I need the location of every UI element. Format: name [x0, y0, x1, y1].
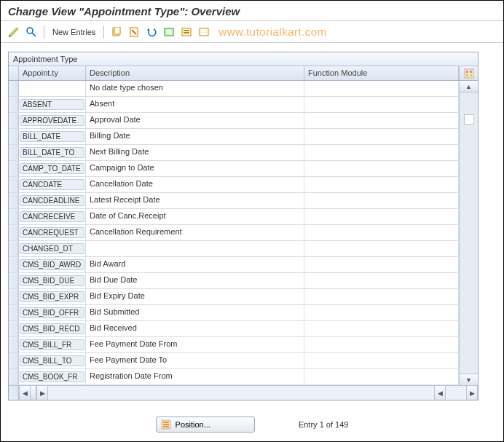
table-row[interactable]: CMS_BILL_FRFee Payment Date From	[9, 337, 459, 353]
cell-function-module[interactable]	[304, 321, 459, 336]
column-header-function-module[interactable]: Function Module	[304, 66, 459, 80]
cell-description[interactable]: Approval Date	[86, 113, 304, 128]
table-row[interactable]: CMS_BID_OFFRBid Submitted	[9, 305, 459, 321]
cell-description[interactable]: Billing Date	[86, 129, 304, 144]
column-header-description[interactable]: Description	[86, 66, 304, 80]
table-row[interactable]: CHANGED_DT	[9, 241, 459, 257]
column-header-appoint-ty[interactable]: Appoint.ty	[19, 66, 86, 80]
table-row[interactable]: CAMP_TO_DATECampaign to Date	[9, 161, 459, 177]
cell-function-module[interactable]	[304, 305, 459, 320]
vertical-scrollbar[interactable]: ▲ ▼	[459, 81, 478, 385]
cell-appoint-ty[interactable]	[19, 81, 86, 96]
display-change-toggle-icon[interactable]	[7, 25, 21, 39]
row-selector[interactable]	[9, 193, 19, 208]
cell-function-module[interactable]	[304, 353, 459, 368]
cell-function-module[interactable]	[304, 177, 459, 192]
horizontal-scrollbar[interactable]: ◀ ▶	[19, 386, 434, 400]
row-selector[interactable]	[9, 305, 19, 320]
deselect-all-icon[interactable]	[197, 25, 211, 39]
cell-function-module[interactable]	[304, 289, 459, 304]
cell-appoint-ty[interactable]: CHANGED_DT	[19, 241, 86, 256]
select-all-icon[interactable]	[179, 25, 194, 39]
cell-appoint-ty[interactable]: BILL_DATE_TO	[19, 145, 86, 160]
row-selector[interactable]	[9, 177, 19, 192]
cell-description[interactable]: No date type chosen	[86, 81, 304, 96]
cell-description[interactable]: Bid Due Date	[86, 273, 304, 288]
table-settings-icon[interactable]	[459, 66, 478, 80]
row-selector[interactable]	[9, 353, 19, 368]
row-selector[interactable]	[9, 97, 19, 112]
copy-icon[interactable]	[109, 25, 124, 39]
cell-description[interactable]: Absent	[86, 97, 304, 112]
cell-description[interactable]: Bid Expiry Date	[86, 289, 304, 304]
row-selector[interactable]	[9, 273, 19, 288]
row-selector[interactable]	[9, 337, 19, 352]
delete-icon[interactable]	[127, 25, 141, 39]
cell-description[interactable]: Campaign to Date	[86, 161, 304, 176]
cell-description[interactable]: Fee Payment Date To	[86, 353, 304, 368]
table-row[interactable]: CMS_BID_EXPRBid Expiry Date	[9, 289, 459, 305]
table-row[interactable]: BILL_DATEBilling Date	[9, 129, 459, 145]
row-selector[interactable]	[9, 113, 19, 128]
cell-function-module[interactable]	[304, 97, 459, 112]
table-row[interactable]: CMS_BID_RECDBid Received	[9, 321, 459, 337]
scroll-right-icon[interactable]: ▶	[466, 386, 478, 400]
cell-description[interactable]	[86, 241, 304, 256]
row-selector[interactable]	[9, 369, 19, 384]
scroll-left-icon[interactable]: ◀	[434, 386, 446, 400]
table-row[interactable]: CMS_BILL_TOFee Payment Date To	[9, 353, 459, 369]
cell-function-module[interactable]	[304, 257, 459, 272]
cell-function-module[interactable]	[304, 225, 459, 240]
cell-appoint-ty[interactable]: APPROVEDATE	[19, 113, 86, 128]
table-row[interactable]: CANCREQUESTCancellation Requirement	[9, 225, 459, 241]
cell-description[interactable]: Latest Receipt Date	[86, 193, 304, 208]
cell-description[interactable]: Cancellation Date	[86, 177, 304, 192]
table-row[interactable]: APPROVEDATEApproval Date	[9, 113, 459, 129]
find-icon[interactable]	[24, 25, 39, 39]
table-row[interactable]: CMS_BOOK_FRRegistration Date From	[9, 369, 459, 385]
table-row[interactable]: ABSENTAbsent	[9, 97, 459, 113]
cell-appoint-ty[interactable]: CANCDATE	[19, 177, 86, 192]
row-selector[interactable]	[9, 257, 19, 272]
cell-appoint-ty[interactable]: CAMP_TO_DATE	[19, 161, 86, 176]
undo-icon[interactable]	[144, 25, 159, 39]
table-row[interactable]: CMS_BID_DUEBid Due Date	[9, 273, 459, 289]
cell-function-module[interactable]	[304, 241, 459, 256]
table-row[interactable]: No date type chosen	[9, 81, 459, 97]
cell-appoint-ty[interactable]: CMS_BID_OFFR	[19, 305, 86, 320]
scroll-left-icon[interactable]: ◀	[19, 386, 31, 400]
cell-appoint-ty[interactable]: CANCRECEIVE	[19, 209, 86, 224]
cell-appoint-ty[interactable]: CMS_BID_EXPR	[19, 289, 86, 304]
cell-appoint-ty[interactable]: BILL_DATE	[19, 129, 86, 144]
cell-function-module[interactable]	[304, 193, 459, 208]
cell-appoint-ty[interactable]: CANCREQUEST	[19, 225, 86, 240]
row-selector[interactable]	[9, 81, 19, 96]
hscroll-thumb[interactable]	[31, 386, 36, 400]
cell-description[interactable]: Bid Submitted	[86, 305, 304, 320]
cell-description[interactable]: Next Billing Date	[86, 145, 304, 160]
row-selector[interactable]	[9, 241, 19, 256]
cell-function-module[interactable]	[304, 129, 459, 144]
scroll-up-icon[interactable]: ▲	[460, 81, 478, 92]
row-selector[interactable]	[9, 129, 19, 144]
cell-appoint-ty[interactable]: CMS_BILL_TO	[19, 353, 86, 368]
cell-description[interactable]: Cancellation Requirement	[86, 225, 304, 240]
table-row[interactable]: CMS_BID_AWRDBid Award	[9, 257, 459, 273]
row-selector[interactable]	[9, 145, 19, 160]
cell-description[interactable]: Fee Payment Date From	[86, 337, 304, 352]
scroll-right-icon[interactable]: ▶	[36, 386, 48, 400]
cell-description[interactable]: Registration Date From	[86, 369, 304, 384]
cell-function-module[interactable]	[304, 337, 459, 352]
cell-appoint-ty[interactable]: CMS_BID_AWRD	[19, 257, 86, 272]
cell-function-module[interactable]	[304, 273, 459, 288]
table-row[interactable]: BILL_DATE_TONext Billing Date	[9, 145, 459, 161]
cell-appoint-ty[interactable]: CANCDEADLINE	[19, 193, 86, 208]
row-selector[interactable]	[9, 225, 19, 240]
cell-function-module[interactable]	[304, 145, 459, 160]
cell-description[interactable]: Bid Received	[86, 321, 304, 336]
cell-appoint-ty[interactable]: CMS_BILL_FR	[19, 337, 86, 352]
row-selector[interactable]	[9, 289, 19, 304]
cell-appoint-ty[interactable]: ABSENT	[19, 97, 86, 112]
new-entries-button[interactable]: New Entries	[50, 28, 98, 36]
cell-appoint-ty[interactable]: CMS_BOOK_FR	[19, 369, 86, 384]
